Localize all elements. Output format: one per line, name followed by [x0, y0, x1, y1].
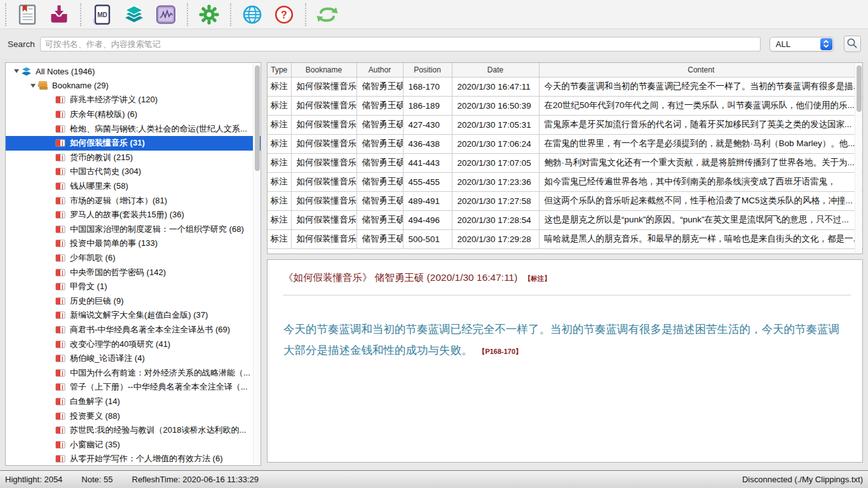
help-button[interactable]: ? [271, 1, 297, 28]
book-icon [55, 325, 68, 334]
book-icon [55, 412, 68, 421]
search-input[interactable] [40, 37, 761, 51]
sidebar-item[interactable]: Bookname (29) [6, 79, 261, 93]
table-row[interactable]: 标注如何假装懂音乐储智勇王硕168-1702020/1/30 16:47:11今… [268, 77, 863, 96]
markdown-export-button[interactable]: MD [89, 1, 116, 28]
sidebar-item[interactable]: 枪炮、病菌与钢铁:人类社会的命运(世纪人文系... [6, 121, 261, 136]
settings-button[interactable] [196, 1, 222, 28]
book-icon [55, 383, 68, 391]
table-scrollbar[interactable] [855, 64, 862, 253]
sidebar-item[interactable]: 投资中最简单的事 (133) [6, 236, 261, 251]
sidebar-item[interactable]: 如何假装懂音乐 (31) [6, 136, 261, 151]
book-icon [55, 225, 68, 234]
column-header-bookname[interactable]: Bookname [291, 63, 356, 77]
table-row[interactable]: 标注如何假装懂音乐储智勇王硕489-4912020/1/30 17:27:58但… [268, 191, 863, 210]
sidebar-item-label: 从零开始学写作：个人增值的有效方法 (6) [70, 453, 223, 464]
sidebar-item[interactable]: 杨伯峻_论语译注 (4) [6, 351, 261, 366]
cell-content: 在雷鬼的世界里，有一个名字是必须提到的，就是鲍勃·马利（Bob Marley）。… [539, 134, 863, 153]
sidebar-item[interactable]: 中国古代简史 (304) [6, 165, 261, 179]
search-icon [846, 37, 858, 51]
sidebar-scrollbar[interactable] [253, 64, 260, 464]
sidebar-item[interactable]: 中国为什么有前途：对外经济关系的战略潜能（... [6, 365, 261, 380]
sidebar-item[interactable]: 薛兆丰经济学讲义 (120) [6, 93, 261, 107]
sidebar-item-label: 少年凯歌 (6) [70, 252, 116, 264]
cell-type: 标注 [268, 153, 291, 172]
book-icon [55, 311, 68, 320]
toolbar-separator [230, 3, 231, 26]
sidebar-scrollbar-thumb[interactable] [255, 65, 260, 171]
sidebar-item[interactable]: 钱从哪里来 (58) [6, 179, 261, 194]
sidebar-item[interactable]: 庆余年(精校版) (6) [6, 107, 261, 122]
table-row[interactable]: 标注如何假装懂音乐储智勇王硕441-4432020/1/30 17:07:05鲍… [268, 153, 863, 172]
web-button[interactable] [239, 1, 266, 28]
web-globe-icon [241, 3, 264, 26]
sidebar-tree: All Notes (1946)Bookname (29)薛兆丰经济学讲义 (1… [6, 63, 261, 466]
column-header-date[interactable]: Date [452, 63, 539, 77]
sidebar-item-label: 改变心理学的40项研究 (41) [70, 339, 170, 350]
sidebar-item[interactable]: 少年凯歌 (6) [6, 251, 261, 266]
cell-content: 但这两个乐队的音乐听起来截然不同，性手枪沿袭了MC5这类乐队的风格，冲撞... [539, 191, 863, 210]
sidebar-item[interactable]: 管子（上下册）--中华经典名著全本全注全译（... [6, 380, 261, 395]
book-icon [55, 210, 68, 219]
sidebar-item[interactable]: 改变心理学的40项研究 (41) [6, 337, 261, 351]
statistics-icon [154, 3, 177, 26]
column-header-position[interactable]: Position [403, 63, 452, 77]
cell-position: 500-501 [403, 229, 452, 248]
cell-author: 储智勇王硕 [356, 229, 403, 248]
cell-bookname: 如何假装懂音乐 [291, 115, 356, 134]
cell-type: 标注 [268, 172, 291, 191]
refresh-button[interactable] [314, 1, 341, 28]
table-row[interactable]: 标注如何假装懂音乐储智勇王硕500-5012020/1/30 17:29:28嘻… [268, 229, 863, 248]
sidebar-item[interactable]: 从零开始学写作：个人增值的有效方法 (6) [6, 452, 261, 466]
sidebar-item[interactable]: 中央帝国的哲学密码 (142) [6, 265, 261, 280]
filter-select[interactable]: ALL [770, 37, 834, 51]
table-row[interactable]: 标注如何假装懂音乐储智勇王硕455-4552020/1/30 17:23:36如… [268, 172, 863, 191]
bookstack-icon [37, 81, 50, 90]
sidebar-item[interactable]: 商君书-中华经典名著全本全注全译丛书 (69) [6, 323, 261, 337]
cell-date: 2020/1/30 17:28:54 [452, 210, 539, 229]
table-scrollbar-thumb[interactable] [857, 65, 862, 112]
sidebar-item-label: 中国古代简史 (304) [70, 166, 141, 177]
search-button[interactable] [844, 36, 861, 52]
import-button[interactable] [46, 1, 72, 28]
table-row[interactable]: 标注如何假装懂音乐储智勇王硕494-4962020/1/30 17:28:54这… [268, 210, 863, 229]
book-icon [55, 239, 68, 248]
table-row[interactable]: 标注如何假装懂音乐储智勇王硕186-1892020/1/30 16:50:39在… [268, 96, 863, 115]
sidebar-item[interactable]: 白鱼解字 (14) [6, 395, 261, 409]
sidebar-item[interactable]: 甲骨文 (1) [6, 280, 261, 294]
svg-text:?: ? [281, 10, 287, 20]
clippings-note-button[interactable] [14, 1, 41, 28]
sidebar-item[interactable]: 小窗幽记 (35) [6, 437, 261, 452]
column-header-author[interactable]: Author [356, 63, 403, 77]
cell-bookname: 如何假装懂音乐 [291, 229, 356, 248]
statistics-button[interactable] [153, 1, 179, 28]
sidebar-item-label: 庆余年(精校版) (6) [70, 109, 137, 120]
column-header-type[interactable]: Type [268, 63, 291, 77]
sidebar-item[interactable]: 中国国家治理的制度逻辑：一个组织学研究 (68) [6, 222, 261, 237]
sidebar-item[interactable]: 货币的教训 (215) [6, 151, 261, 165]
column-header-content[interactable]: Content [539, 63, 863, 77]
allnotes-icon [21, 66, 34, 77]
cell-type: 标注 [268, 77, 291, 96]
sidebar-item[interactable]: All Notes (1946) [6, 64, 261, 79]
book-icon [55, 340, 68, 349]
sidebar-item[interactable]: 新编说文解字大全集(超值白金版) (37) [6, 308, 261, 323]
merge-layers-button[interactable] [121, 1, 147, 28]
disclosure-triangle-icon[interactable] [12, 69, 21, 73]
sidebar-item[interactable]: 苏世民:我的经验与教训（2018读桥水达利欧的... [6, 423, 261, 438]
search-row: Search ALL [0, 29, 868, 58]
cell-bookname: 如何假装懂音乐 [291, 210, 356, 229]
sidebar-item[interactable]: 市场的逻辑（增订本）(81) [6, 193, 261, 208]
sidebar-item[interactable]: 投资要义 (88) [6, 409, 261, 423]
sidebar-item[interactable]: 历史的巨镜 (9) [6, 294, 261, 309]
table-row[interactable]: 标注如何假装懂音乐储智勇王硕436-4382020/1/30 17:06:24在… [268, 134, 863, 153]
sidebar-item[interactable]: 罗马人的故事(套装共15册) (36) [6, 208, 261, 222]
disclosure-triangle-icon[interactable] [29, 84, 37, 88]
filter-select-value: ALL [770, 39, 790, 49]
note-detail-pane: 《如何假装懂音乐》 储智勇王硕 (2020/1/30 16:47:11) 【标注… [267, 259, 863, 463]
sidebar-item-label: 管子（上下册）--中华经典名著全本全注全译（... [70, 381, 248, 393]
sidebar-item-label: 白鱼解字 (14) [70, 396, 120, 407]
table-row[interactable]: 标注如何假装懂音乐储智勇王硕427-4302020/1/30 17:05:31雷… [268, 115, 863, 134]
cell-author: 储智勇王硕 [356, 153, 403, 172]
sidebar-item-label: 杨伯峻_论语译注 (4) [70, 353, 145, 364]
